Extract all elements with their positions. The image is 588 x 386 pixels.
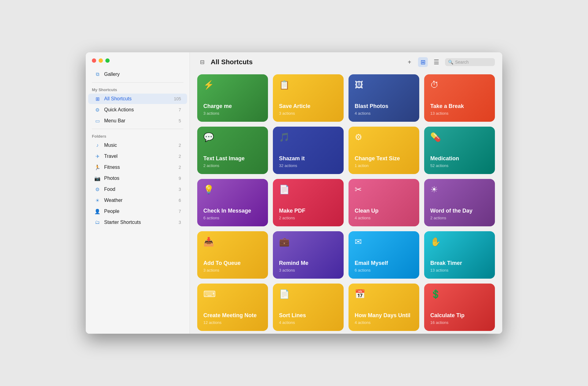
shortcut-title-charge-me: Charge me (203, 103, 262, 110)
shortcut-card-create-meeting-note[interactable]: ⌨ Create Meeting Note 12 actions (197, 284, 268, 331)
folders-label: Folders (86, 132, 190, 140)
shortcut-title-save-article: Save Article (279, 103, 337, 110)
sidebar-divider-1 (92, 82, 183, 83)
sidebar-people-count: 7 (179, 209, 181, 214)
search-bar[interactable]: 🔍 (445, 58, 495, 66)
shortcut-icon-text-last-image: 💬 (203, 132, 214, 142)
menu-bar-icon: ▭ (94, 118, 100, 124)
shortcut-title-email-myself: Email Myself (355, 260, 413, 267)
shortcut-subtitle-email-myself: 6 actions (355, 268, 413, 273)
shortcut-card-how-many-days-until[interactable]: 📅 How Many Days Until 4 actions (349, 284, 419, 331)
shortcut-icon-create-meeting-note: ⌨ (203, 289, 216, 299)
all-shortcuts-icon: ⊞ (94, 96, 100, 102)
shortcut-icon-change-text-size: ⚙ (355, 132, 362, 142)
shortcut-icon-remind-me: 💼 (279, 237, 290, 247)
sidebar-food-label: Food (104, 187, 175, 192)
shortcut-card-charge-me[interactable]: ⚡ Charge me 3 actions (197, 74, 268, 122)
sidebar-item-food[interactable]: ⚙ Food 3 (88, 184, 187, 195)
shortcut-title-break-timer: Break Timer (430, 260, 489, 267)
shortcut-title-create-meeting-note: Create Meeting Note (203, 312, 262, 319)
minimize-button[interactable] (99, 58, 103, 63)
shortcut-icon-how-many-days-until: 📅 (355, 289, 365, 299)
shortcut-title-change-text-size: Change Text Size (355, 155, 413, 162)
shortcut-card-save-article[interactable]: 📋 Save Article 3 actions (273, 74, 344, 122)
shortcut-card-change-text-size[interactable]: ⚙ Change Text Size 1 action (349, 127, 419, 174)
app-window: ⧉ Gallery My Shortcuts ⊞ All Shortcuts 1… (86, 52, 502, 334)
shortcut-card-shazam-it[interactable]: 🎵 Shazam it 32 actions (273, 127, 344, 174)
shortcut-card-clean-up[interactable]: ✂ Clean Up 4 actions (349, 179, 419, 226)
shortcut-card-email-myself[interactable]: ✉ Email Myself 6 actions (349, 231, 419, 279)
sidebar-toggle-button[interactable]: ⊟ (197, 58, 207, 66)
sidebar-item-music[interactable]: ♪ Music 2 (88, 140, 187, 150)
shortcut-icon-medication: 💊 (430, 132, 441, 142)
shortcut-card-text-last-image[interactable]: 💬 Text Last Image 2 actions (197, 127, 268, 174)
shortcut-card-sort-lines[interactable]: 📄 Sort Lines 4 actions (273, 284, 344, 331)
shortcut-subtitle-break-timer: 13 actions (430, 268, 489, 273)
sidebar-item-starter-shortcuts[interactable]: 🗂 Starter Shortcuts 3 (88, 217, 187, 228)
shortcut-icon-sort-lines: 📄 (279, 289, 290, 299)
music-icon: ♪ (94, 142, 100, 148)
shortcut-title-check-in-message: Check In Message (203, 208, 262, 214)
sidebar-item-all-shortcuts[interactable]: ⊞ All Shortcuts 105 (88, 94, 187, 104)
toolbar: ⊟ All Shortcuts + ⊞ ☰ 🔍 (190, 52, 502, 72)
sidebar-quick-actions-count: 7 (179, 107, 181, 112)
shortcut-icon-shazam-it: 🎵 (279, 132, 290, 142)
shortcut-card-make-pdf[interactable]: 📄 Make PDF 2 actions (273, 179, 344, 226)
shortcut-card-calculate-tip[interactable]: 💲 Calculate Tip 16 actions (424, 284, 495, 331)
weather-icon: ☀ (94, 197, 100, 203)
gallery-icon: ⧉ (94, 71, 100, 77)
shortcut-card-remind-me[interactable]: 💼 Remind Me 3 actions (273, 231, 344, 279)
shortcut-subtitle-sort-lines: 4 actions (279, 320, 337, 325)
sidebar-item-quick-actions[interactable]: ⚙ Quick Actions 7 (88, 105, 187, 115)
close-button[interactable] (92, 58, 96, 63)
sidebar-item-people[interactable]: 👤 People 7 (88, 206, 187, 217)
sidebar-photos-label: Photos (104, 176, 175, 181)
fitness-icon: 🏃 (94, 164, 100, 170)
sidebar-quick-actions-label: Quick Actions (104, 107, 175, 113)
shortcut-title-sort-lines: Sort Lines (279, 312, 337, 319)
shortcut-icon-add-to-queue: 📥 (203, 237, 214, 247)
shortcut-card-blast-photos[interactable]: 🖼 Blast Photos 4 actions (349, 74, 419, 122)
people-icon: 👤 (94, 208, 100, 214)
starter-shortcuts-icon: 🗂 (94, 219, 100, 225)
main-content: ⊟ All Shortcuts + ⊞ ☰ 🔍 ⚡ Charge me 3 ac… (190, 52, 502, 334)
shortcut-subtitle-create-meeting-note: 12 actions (203, 320, 262, 325)
maximize-button[interactable] (105, 58, 110, 63)
page-title: All Shortcuts (211, 58, 401, 66)
photos-icon: 📷 (94, 175, 100, 181)
shortcut-subtitle-clean-up: 4 actions (355, 216, 413, 220)
travel-icon: ✈ (94, 153, 100, 159)
shortcut-subtitle-save-article: 3 actions (279, 111, 337, 116)
shortcut-card-add-to-queue[interactable]: 📥 Add To Queue 3 actions (197, 231, 268, 279)
sidebar-item-fitness[interactable]: 🏃 Fitness 2 (88, 162, 187, 173)
shortcut-icon-blast-photos: 🖼 (355, 80, 363, 90)
sidebar-item-travel[interactable]: ✈ Travel 2 (88, 151, 187, 161)
sidebar-item-gallery[interactable]: ⧉ Gallery (88, 69, 187, 80)
sidebar-menu-bar-count: 5 (179, 118, 181, 123)
sidebar-weather-count: 6 (179, 198, 181, 203)
shortcut-card-break-timer[interactable]: ✋ Break Timer 13 actions (424, 231, 495, 279)
shortcut-card-take-a-break[interactable]: ⏱ Take a Break 13 actions (424, 74, 495, 122)
shortcut-card-medication[interactable]: 💊 Medication 52 actions (424, 127, 495, 174)
shortcut-title-clean-up: Clean Up (355, 208, 413, 214)
shortcut-card-word-of-the-day[interactable]: ☀ Word of the Day 2 actions (424, 179, 495, 226)
quick-actions-icon: ⚙ (94, 107, 100, 113)
sidebar-item-menu-bar[interactable]: ▭ Menu Bar 5 (88, 116, 187, 126)
shortcut-title-word-of-the-day: Word of the Day (430, 208, 489, 214)
shortcut-card-check-in-message[interactable]: 💡 Check In Message 6 actions (197, 179, 268, 226)
shortcut-title-medication: Medication (430, 155, 489, 162)
list-view-button[interactable]: ☰ (432, 57, 441, 67)
shortcut-subtitle-how-many-days-until: 4 actions (355, 320, 413, 325)
shortcut-subtitle-blast-photos: 4 actions (355, 111, 413, 116)
grid-view-button[interactable]: ⊞ (418, 57, 428, 67)
search-input[interactable] (455, 60, 492, 65)
shortcut-subtitle-change-text-size: 1 action (355, 163, 413, 168)
shortcut-subtitle-calculate-tip: 16 actions (430, 320, 489, 325)
sidebar-starter-shortcuts-label: Starter Shortcuts (104, 220, 175, 225)
add-shortcut-button[interactable]: + (405, 57, 414, 67)
sidebar-item-photos[interactable]: 📷 Photos 9 (88, 173, 187, 184)
shortcut-subtitle-add-to-queue: 3 actions (203, 268, 262, 273)
shortcut-title-shazam-it: Shazam it (279, 155, 337, 162)
shortcut-title-how-many-days-until: How Many Days Until (355, 312, 413, 319)
sidebar-item-weather[interactable]: ☀ Weather 6 (88, 195, 187, 206)
